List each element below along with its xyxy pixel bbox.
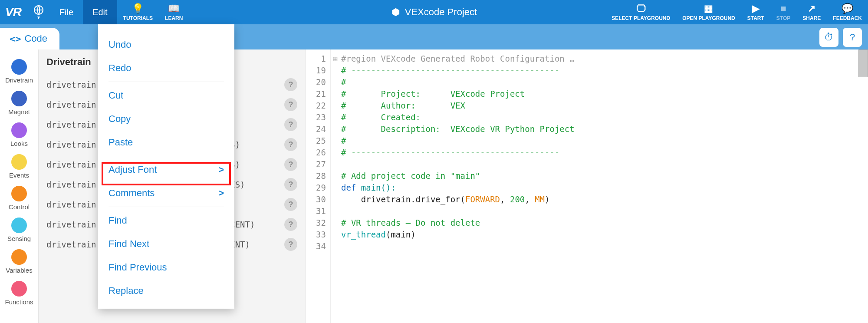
category-label: Magnet [8, 108, 30, 115]
file-menu[interactable]: File [50, 0, 83, 24]
category-events[interactable]: Events [0, 152, 38, 183]
menu-redo[interactable]: Redo [98, 56, 234, 80]
code-icon: <> [10, 33, 21, 44]
book-icon: 📖 [168, 3, 180, 14]
code-editor[interactable]: 119202122232425262728293031323334 ⊞ #reg… [306, 49, 868, 323]
fold-gutter: ⊞ [331, 49, 339, 323]
feedback-button[interactable]: 💬 FEEDBACK [827, 0, 868, 24]
category-control[interactable]: Control [0, 183, 38, 215]
help-icon: ? [850, 32, 855, 43]
category-drivetrain[interactable]: Drivetrain [0, 56, 38, 88]
open-playground-button[interactable]: ▦ OPEN PLAYGROUND [676, 0, 741, 24]
stop-icon: ■ [780, 3, 786, 14]
play-icon: ▶ [752, 3, 760, 14]
category-label: Variables [6, 267, 32, 274]
category-dot [11, 249, 27, 265]
category-rail: DrivetrainMagnetLooksEventsControlSensin… [0, 49, 38, 323]
command-help-icon[interactable]: ? [284, 218, 297, 231]
menu-paste[interactable]: Paste [98, 131, 234, 154]
category-looks[interactable]: Looks [0, 120, 38, 152]
menu-cut[interactable]: Cut [98, 84, 234, 107]
edit-menu[interactable]: Edit [83, 0, 117, 24]
category-magnet[interactable]: Magnet [0, 88, 38, 120]
category-dot [11, 91, 27, 106]
category-label: Functions [5, 298, 33, 306]
command-help-icon[interactable]: ? [284, 178, 297, 191]
command-help-icon[interactable]: ? [284, 138, 297, 151]
category-sensing[interactable]: Sensing [0, 215, 38, 247]
command-help-icon[interactable]: ? [284, 238, 297, 251]
menu-find[interactable]: Find [98, 209, 234, 232]
category-label: Looks [10, 140, 28, 147]
category-label: Sensing [7, 235, 31, 242]
edit-dropdown: Undo Redo Cut Copy Paste Adjust Font> Co… [98, 24, 234, 309]
monitor-console-button[interactable]: ⏱ [819, 28, 838, 47]
code-tab[interactable]: <> Code [0, 28, 59, 49]
line-gutter: 119202122232425262728293031323334 [306, 49, 331, 323]
command-help-icon[interactable]: ? [284, 158, 297, 171]
chevron-right-icon: > [218, 164, 224, 175]
top-toolbar: VR ▼ File Edit 💡 TUTORIALS 📖 LEARN VEXco… [0, 0, 868, 24]
category-label: Drivetrain [5, 76, 33, 84]
category-dot [11, 59, 27, 75]
monitor-icon: 🖵 [636, 3, 646, 14]
command-help-icon[interactable]: ? [284, 78, 297, 91]
menu-find-next[interactable]: Find Next [98, 232, 234, 256]
command-help-icon[interactable]: ? [284, 198, 297, 211]
category-label: Events [9, 171, 29, 179]
category-dot [11, 281, 27, 297]
grid-icon: ▦ [704, 3, 713, 14]
code-text[interactable]: #region VEXcode Generated Robot Configur… [339, 49, 868, 323]
gauge-icon: ⏱ [824, 32, 834, 43]
category-dot [11, 186, 27, 201]
lightbulb-icon: 💡 [132, 3, 144, 14]
share-button[interactable]: ↗ SHARE [796, 0, 827, 24]
command-help-icon[interactable]: ? [284, 98, 297, 111]
stop-button[interactable]: ■ STOP [770, 0, 796, 24]
menu-undo[interactable]: Undo [98, 33, 234, 56]
language-dropdown[interactable]: ▼ [27, 0, 50, 24]
learn-button[interactable]: 📖 LEARN [159, 0, 189, 24]
share-icon: ↗ [808, 3, 815, 14]
category-label: Control [9, 203, 30, 211]
category-dot [11, 154, 27, 170]
category-variables[interactable]: Variables [0, 247, 38, 278]
hexagon-icon [391, 7, 401, 17]
menu-adjust-font[interactable]: Adjust Font> [98, 158, 234, 181]
menu-find-previous[interactable]: Find Previous [98, 256, 234, 279]
scrollbar-thumb[interactable] [858, 49, 868, 77]
project-name[interactable]: VEXcode Project [391, 7, 477, 18]
chat-icon: 💬 [842, 3, 853, 14]
help-button[interactable]: ? [843, 28, 862, 47]
select-playground-button[interactable]: 🖵 SELECT PLAYGROUND [605, 0, 676, 24]
chevron-right-icon: > [218, 188, 224, 199]
tutorials-button[interactable]: 💡 TUTORIALS [117, 0, 159, 24]
category-functions[interactable]: Functions [0, 278, 38, 310]
category-dot [11, 218, 27, 233]
menu-replace[interactable]: Replace [98, 279, 234, 303]
start-button[interactable]: ▶ START [741, 0, 770, 24]
globe-icon [33, 5, 44, 15]
menu-copy[interactable]: Copy [98, 107, 234, 131]
command-help-icon[interactable]: ? [284, 118, 297, 131]
category-dot [11, 122, 27, 138]
logo: VR [0, 5, 27, 19]
menu-comments[interactable]: Comments> [98, 181, 234, 205]
